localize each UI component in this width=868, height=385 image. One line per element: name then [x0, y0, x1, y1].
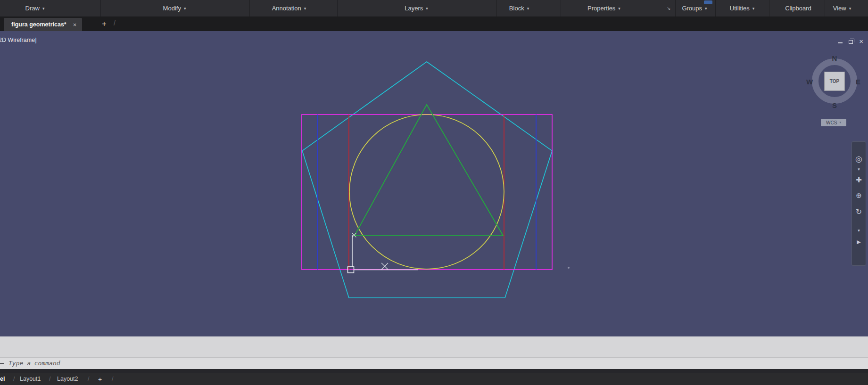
- ribbon-menu-groups[interactable]: Groups ▾: [682, 0, 707, 16]
- chevron-down-icon[interactable]: ▾: [858, 228, 860, 233]
- viewport-window-controls: ×: [838, 38, 863, 45]
- chevron-down-icon: ▾: [42, 6, 45, 11]
- navigation-bar: ◎ ▾ ✚ ⊕ ↻ ▾ ▶: [851, 141, 866, 266]
- new-tab-button[interactable]: +: [100, 20, 108, 28]
- command-input[interactable]: Type a command: [0, 357, 868, 369]
- ribbon-menu-label: Draw: [25, 5, 40, 12]
- close-icon[interactable]: ×: [73, 22, 77, 28]
- ribbon-menu-label: Layers: [405, 5, 423, 12]
- command-prompt: Type a command: [8, 360, 60, 367]
- ribbon-separator: [675, 0, 676, 16]
- command-history: ht-click to display the shortcut menu. P…: [0, 336, 868, 357]
- ribbon-bar: Draw ▾ Modify ▾ Annotation ▾ Layers ▾ Bl…: [0, 0, 868, 16]
- ribbon-menu-view[interactable]: View ▾: [833, 0, 851, 16]
- viewcube-south[interactable]: S: [832, 101, 837, 109]
- tab-divider: /: [114, 19, 116, 27]
- ribbon-separator: [561, 0, 561, 16]
- ribbon-menu-label: Block: [509, 5, 524, 12]
- wcs-dropdown[interactable]: WCS ▾: [821, 119, 846, 126]
- viewport-corner-label[interactable]: 2D Wireframe]: [0, 37, 37, 43]
- chevron-down-icon: ▾: [839, 121, 841, 124]
- chevron-down-icon: ▾: [304, 6, 306, 11]
- ribbon-menu-label: Annotation: [272, 5, 301, 12]
- layout1-tab[interactable]: Layout1: [20, 376, 41, 382]
- chevron-down-icon: ▾: [527, 6, 529, 11]
- ribbon-menu-label: Utilities: [730, 5, 750, 12]
- autocad-app: Draw ▾ Modify ▾ Annotation ▾ Layers ▾ Bl…: [0, 0, 868, 385]
- ribbon-menu-layers[interactable]: Layers ▾: [405, 0, 428, 16]
- pan-icon[interactable]: ✚: [856, 176, 862, 184]
- chevron-down-icon: ▾: [752, 6, 755, 11]
- viewcube-east[interactable]: E: [856, 78, 860, 86]
- wcs-label: WCS: [826, 120, 837, 125]
- tab-divider: /: [112, 376, 113, 382]
- chevron-down-icon: ▾: [618, 6, 620, 11]
- restore-icon[interactable]: [849, 40, 853, 44]
- minimize-icon[interactable]: [838, 42, 843, 43]
- ribbon-menu-draw[interactable]: Draw ▾: [25, 0, 45, 16]
- viewcube-top-face[interactable]: TOP: [824, 72, 845, 91]
- chevron-down-icon: ▾: [849, 6, 851, 11]
- ribbon-separator: [769, 0, 769, 16]
- add-layout-button[interactable]: +: [98, 376, 102, 383]
- ribbon-separator: [825, 0, 825, 16]
- ribbon-menu-label: View: [833, 5, 846, 12]
- ribbon-menu-label: Groups: [682, 5, 702, 12]
- ribbon-menu-clipboard[interactable]: Clipboard: [785, 0, 811, 16]
- tab-divider: /: [13, 376, 15, 382]
- ribbon-separator: [100, 0, 101, 16]
- layout-tab-bar: el / Layout1 / Layout2 / + /: [0, 373, 868, 385]
- chevron-down-icon[interactable]: ▾: [858, 167, 860, 172]
- ribbon-menu-utilities[interactable]: Utilities ▾: [730, 0, 754, 16]
- file-tab-label: figura geometricas*: [11, 21, 66, 28]
- tab-divider: /: [49, 376, 50, 382]
- viewcube-west[interactable]: W: [806, 78, 813, 86]
- showmotion-icon[interactable]: ▶: [857, 239, 860, 245]
- drawing-canvas[interactable]: [0, 31, 868, 336]
- zoom-icon[interactable]: ⊕: [856, 191, 862, 200]
- ribbon-menu-modify[interactable]: Modify ▾: [163, 0, 186, 16]
- layout2-tab[interactable]: Layout2: [57, 376, 78, 382]
- ribbon-menu-label: Properties: [587, 5, 615, 12]
- file-tab-bar: figura geometricas* × + /: [0, 16, 868, 31]
- navigation-wheel-icon[interactable]: ◎: [855, 154, 862, 164]
- close-icon[interactable]: ×: [859, 38, 863, 45]
- groups-panel-highlight: [704, 0, 712, 4]
- viewport-background: [0, 31, 868, 336]
- command-line-icon: [0, 363, 4, 364]
- ribbon-menu-block[interactable]: Block ▾: [509, 0, 529, 16]
- panel-launcher-icon[interactable]: ↘: [667, 6, 670, 11]
- ribbon-menu-label: Clipboard: [785, 5, 811, 12]
- ribbon-separator: [496, 0, 497, 16]
- ribbon-separator: [249, 0, 250, 16]
- chevron-down-icon: ▾: [426, 6, 428, 11]
- ribbon-menu-properties[interactable]: Properties ▾: [587, 0, 620, 16]
- ribbon-menu-annotation[interactable]: Annotation ▾: [272, 0, 306, 16]
- ribbon-separator: [715, 0, 716, 16]
- model-viewport[interactable]: 2D Wireframe] × N W E S TOP WCS ▾ ◎ ▾ ✚ …: [0, 31, 868, 336]
- chevron-down-icon: ▾: [184, 6, 186, 11]
- orbit-icon[interactable]: ↻: [856, 207, 862, 216]
- viewcube-north[interactable]: N: [832, 54, 837, 62]
- model-tab[interactable]: el: [0, 376, 5, 382]
- chevron-down-icon: ▾: [705, 6, 707, 11]
- ribbon-menu-label: Modify: [163, 5, 181, 12]
- blip-marker: [568, 267, 570, 269]
- file-tab-active[interactable]: figura geometricas* ×: [4, 18, 82, 31]
- tab-divider: /: [88, 376, 89, 382]
- ribbon-separator: [337, 0, 338, 16]
